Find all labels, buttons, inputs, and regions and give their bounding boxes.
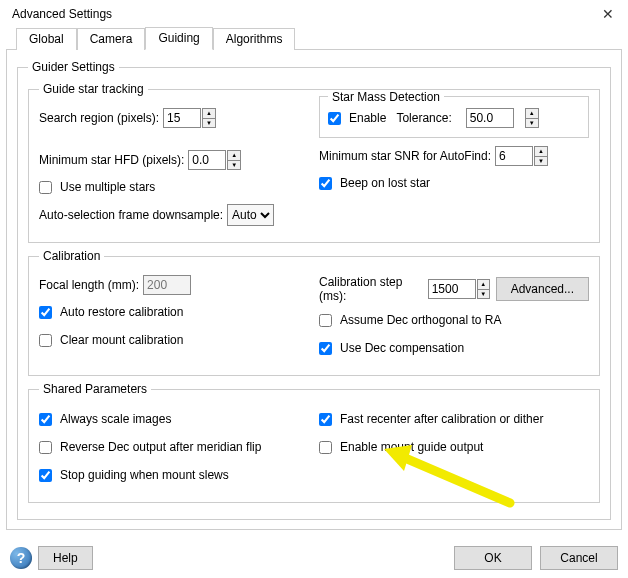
calibration-group: Calibration Focal length (mm): Auto rest… — [28, 249, 600, 376]
use-dec-comp-label: Use Dec compensation — [340, 341, 464, 355]
guider-settings-group: Guider Settings Guide star tracking Sear… — [17, 60, 611, 520]
fast-recenter-checkbox[interactable]: Fast recenter after calibration or dithe… — [319, 412, 543, 426]
calibration-advanced-button[interactable]: Advanced... — [496, 277, 589, 301]
cal-step-input[interactable] — [428, 279, 476, 299]
use-multiple-stars-input[interactable] — [39, 181, 52, 194]
fast-recenter-label: Fast recenter after calibration or dithe… — [340, 412, 543, 426]
tab-guiding[interactable]: Guiding — [145, 27, 212, 50]
fast-recenter-input[interactable] — [319, 413, 332, 426]
auto-restore-input[interactable] — [39, 306, 52, 319]
stop-guiding-checkbox[interactable]: Stop guiding when mount slews — [39, 468, 229, 482]
always-scale-input[interactable] — [39, 413, 52, 426]
star-mass-tolerance-label: Tolerance: — [396, 111, 451, 125]
guide-star-tracking-group: Guide star tracking Search region (pixel… — [28, 82, 600, 243]
beep-lost-star-input[interactable] — [319, 177, 332, 190]
tab-algorithms[interactable]: Algorithms — [213, 28, 296, 50]
window-titlebar: Advanced Settings ✕ — [0, 0, 628, 26]
calibration-legend: Calibration — [39, 249, 104, 263]
beep-lost-star-label: Beep on lost star — [340, 176, 430, 190]
star-mass-enable-checkbox[interactable]: Enable — [328, 111, 386, 125]
use-multiple-stars-label: Use multiple stars — [60, 180, 155, 194]
min-snr-spinner[interactable]: ▲ ▼ — [534, 146, 548, 166]
shared-parameters-legend: Shared Parameters — [39, 382, 151, 396]
stop-guiding-input[interactable] — [39, 469, 52, 482]
dialog-button-bar: ? Help OK Cancel — [0, 546, 628, 570]
auto-restore-checkbox[interactable]: Auto restore calibration — [39, 305, 183, 319]
min-snr-input[interactable] — [495, 146, 533, 166]
min-snr-label: Minimum star SNR for AutoFind: — [319, 149, 491, 163]
tab-global[interactable]: Global — [16, 28, 77, 50]
spinner-down-icon[interactable]: ▼ — [526, 119, 538, 128]
spinner-up-icon[interactable]: ▲ — [203, 109, 215, 119]
star-mass-tolerance-spinner[interactable]: ▲ ▼ — [525, 108, 539, 128]
reverse-dec-checkbox[interactable]: Reverse Dec output after meridian flip — [39, 440, 261, 454]
star-mass-enable-label: Enable — [349, 111, 386, 125]
help-button[interactable]: Help — [38, 546, 93, 570]
assume-dec-orth-checkbox[interactable]: Assume Dec orthogonal to RA — [319, 313, 501, 327]
star-mass-enable-input[interactable] — [328, 112, 341, 125]
beep-lost-star-checkbox[interactable]: Beep on lost star — [319, 176, 430, 190]
search-region-input[interactable] — [163, 108, 201, 128]
min-hfd-label: Minimum star HFD (pixels): — [39, 153, 184, 167]
auto-sel-downsample-select[interactable]: Auto — [227, 204, 274, 226]
cal-step-spinner[interactable]: ▲ ▼ — [477, 279, 490, 299]
spinner-down-icon[interactable]: ▼ — [228, 161, 240, 170]
star-mass-detection-legend: Star Mass Detection — [328, 90, 444, 104]
spinner-down-icon[interactable]: ▼ — [203, 119, 215, 128]
enable-mount-output-checkbox[interactable]: Enable mount guide output — [319, 440, 483, 454]
clear-mount-cal-input[interactable] — [39, 334, 52, 347]
always-scale-label: Always scale images — [60, 412, 171, 426]
clear-mount-cal-label: Clear mount calibration — [60, 333, 183, 347]
cal-step-label: Calibration step (ms): — [319, 275, 424, 303]
window-title: Advanced Settings — [12, 7, 112, 21]
tab-panel-guiding: Guider Settings Guide star tracking Sear… — [6, 50, 622, 530]
use-dec-comp-input[interactable] — [319, 342, 332, 355]
focal-length-input — [143, 275, 191, 295]
use-dec-comp-checkbox[interactable]: Use Dec compensation — [319, 341, 464, 355]
close-icon[interactable]: ✕ — [596, 6, 620, 22]
spinner-up-icon[interactable]: ▲ — [228, 151, 240, 161]
reverse-dec-label: Reverse Dec output after meridian flip — [60, 440, 261, 454]
tab-camera[interactable]: Camera — [77, 28, 146, 50]
reverse-dec-input[interactable] — [39, 441, 52, 454]
search-region-spinner[interactable]: ▲ ▼ — [202, 108, 216, 128]
search-region-label: Search region (pixels): — [39, 111, 159, 125]
assume-dec-orth-input[interactable] — [319, 314, 332, 327]
spinner-down-icon[interactable]: ▼ — [535, 157, 547, 166]
enable-mount-output-input[interactable] — [319, 441, 332, 454]
spinner-up-icon[interactable]: ▲ — [478, 280, 489, 290]
star-mass-tolerance-input[interactable] — [466, 108, 514, 128]
enable-mount-output-label: Enable mount guide output — [340, 440, 483, 454]
help-icon[interactable]: ? — [10, 547, 32, 569]
auto-sel-downsample-label: Auto-selection frame downsample: — [39, 208, 223, 222]
tab-bar: Global Camera Guiding Algorithms — [6, 26, 622, 50]
spinner-up-icon[interactable]: ▲ — [526, 109, 538, 119]
min-hfd-input[interactable] — [188, 150, 226, 170]
spinner-up-icon[interactable]: ▲ — [535, 147, 547, 157]
spinner-down-icon[interactable]: ▼ — [478, 290, 489, 299]
auto-restore-label: Auto restore calibration — [60, 305, 183, 319]
star-mass-detection-group: Star Mass Detection Enable Tolerance: ▲ … — [319, 96, 589, 138]
min-hfd-spinner[interactable]: ▲ ▼ — [227, 150, 241, 170]
shared-parameters-group: Shared Parameters Always scale images Re… — [28, 382, 600, 503]
guider-settings-legend: Guider Settings — [28, 60, 119, 74]
ok-button[interactable]: OK — [454, 546, 532, 570]
guide-star-tracking-legend: Guide star tracking — [39, 82, 148, 96]
focal-length-label: Focal length (mm): — [39, 278, 139, 292]
stop-guiding-label: Stop guiding when mount slews — [60, 468, 229, 482]
always-scale-checkbox[interactable]: Always scale images — [39, 412, 171, 426]
cancel-button[interactable]: Cancel — [540, 546, 618, 570]
assume-dec-orth-label: Assume Dec orthogonal to RA — [340, 313, 501, 327]
use-multiple-stars-checkbox[interactable]: Use multiple stars — [39, 180, 155, 194]
clear-mount-cal-checkbox[interactable]: Clear mount calibration — [39, 333, 183, 347]
